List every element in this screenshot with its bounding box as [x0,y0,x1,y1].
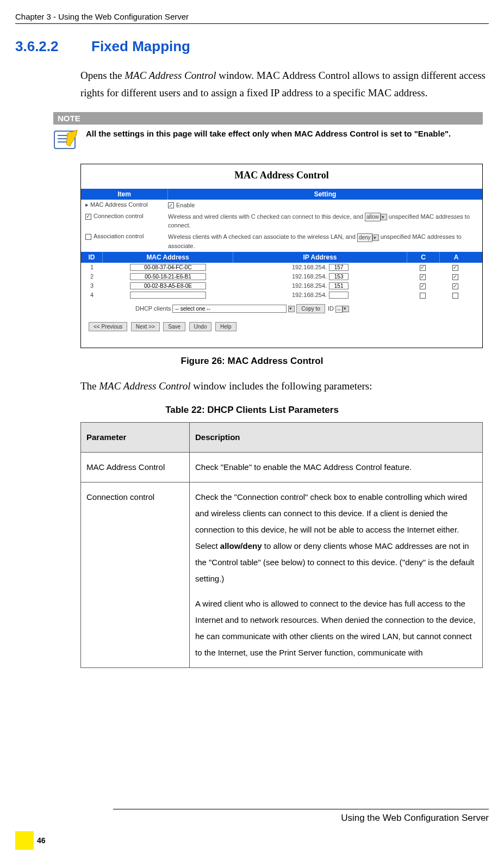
section-heading: 3.6.2.2Fixed Mapping [15,38,489,55]
id-select[interactable]: -- [335,306,343,313]
mac-input[interactable] [130,273,206,280]
dhcp-clients-row: DHCP clients Copy to ID -- [81,300,482,318]
chapter-line: Chapter 3 - Using the Web Configuration … [15,12,189,21]
note-label: NOTE [53,112,483,125]
ip-prefix: 192.168.254. [292,292,327,298]
mac-input[interactable] [130,264,206,271]
mac-control-row: ▸ MAC Address Control Enable [81,200,482,211]
copy-to-button[interactable]: Copy to [296,304,325,313]
ip-last-input[interactable] [329,292,349,299]
connection-control-row: Connection control Wireless and wired cl… [81,211,482,231]
enable-label: Enable [176,202,195,208]
parameter-table: Parameter Description MAC Address Contro… [80,422,483,668]
screenshot-title: MAC Address Control [81,164,482,189]
page-header: Chapter 3 - Using the Web Configuration … [15,12,489,24]
next-button[interactable]: Next >> [131,322,160,331]
cell-desc: Check the "Connection control" check box… [190,483,483,668]
embedded-screenshot: MAC Address Control Item Setting ▸ MAC A… [80,164,483,348]
c-checkbox[interactable] [420,293,426,299]
table-row: 2192.168.254. [81,272,482,281]
mac-table-header: ID MAC Address IP Address C A [81,252,482,263]
ip-prefix: 192.168.254. [292,273,327,280]
a-checkbox[interactable] [452,293,458,299]
note-icon [53,128,78,153]
prev-button[interactable]: << Previous [89,322,127,331]
cell-id: 2 [81,273,103,280]
ip-last-input[interactable] [329,273,349,280]
help-button[interactable]: Help [215,322,237,331]
dhcp-select[interactable] [172,305,287,313]
dropdown-icon[interactable] [372,234,379,241]
intro-paragraph: Opens the MAC Address Control window. MA… [80,67,489,102]
paragraph-2: The MAC Address Control window includes … [80,378,489,395]
hdr-a: A [440,252,472,263]
hdr-c: C [407,252,440,263]
mac-input[interactable] [130,282,206,289]
cell-param: MAC Address Control [81,453,190,483]
c-checkbox[interactable] [420,265,426,271]
hdr-ip: IP Address [233,252,407,263]
col-setting: Setting [168,189,482,200]
id-label: ID [328,305,334,312]
ip-prefix: 192.168.254. [292,264,327,270]
save-button[interactable]: Save [163,322,185,331]
assoc-select[interactable]: deny [357,233,372,242]
mac-control-label: ▸ MAC Address Control [85,201,168,208]
a-checkbox[interactable] [452,274,458,280]
cell-param: Connection control [81,483,190,668]
table-row: 4192.168.254. [81,290,482,300]
table-row: Connection control Check the "Connection… [81,483,483,668]
section-number: 3.6.2.2 [15,38,91,55]
th-parameter: Parameter [81,423,190,453]
dropdown-icon[interactable] [288,306,295,312]
connection-label: Connection control [94,213,144,219]
yellow-square-icon [15,831,34,850]
col-item: Item [81,189,168,200]
button-bar: << Previous Next >> Save Undo Help [81,318,482,331]
undo-button[interactable]: Undo [189,322,212,331]
note-text: All the settings in this page will take … [86,128,477,140]
section-title: Fixed Mapping [91,38,190,54]
a-checkbox[interactable] [452,283,458,289]
table-row: 3192.168.254. [81,281,482,290]
c-checkbox[interactable] [420,274,426,280]
c-checkbox[interactable] [420,283,426,289]
note-block: NOTE All the settings in this page will … [53,112,489,153]
figure-caption: Figure 26: MAC Address Control [15,356,489,367]
cell-id: 1 [81,264,103,270]
ip-last-input[interactable] [329,282,349,289]
page-footer: Using the Web Configuration Server 46 [15,809,489,850]
footer-text: Using the Web Configuration Server [15,813,489,824]
th-description: Description [190,423,483,453]
association-label: Association control [94,233,144,239]
association-checkbox[interactable] [85,234,91,240]
conn-select[interactable]: allow [365,213,381,221]
settings-header-row: Item Setting [81,189,482,200]
ip-last-input[interactable] [329,264,349,271]
table-row: MAC Address Control Check "Enable" to en… [81,453,483,483]
conn-text-a: Wireless and wired clients with C checke… [168,213,365,220]
assoc-text-a: Wireless clients with A checked can asso… [168,233,357,240]
connection-checkbox[interactable] [85,214,91,220]
dhcp-label: DHCP clients [135,305,171,312]
dropdown-icon[interactable] [343,306,349,312]
cell-id: 3 [81,282,103,289]
table-caption: Table 22: DHCP Clients List Parameters [15,405,489,416]
page-number: 46 [37,836,46,845]
association-control-row: Association control Wireless clients wit… [81,231,482,251]
table-row: 1192.168.254. [81,263,482,272]
ip-prefix: 192.168.254. [292,282,327,289]
enable-checkbox[interactable] [168,202,174,208]
mac-input[interactable] [130,292,206,299]
cell-id: 4 [81,292,103,298]
hdr-id: ID [81,252,103,263]
a-checkbox[interactable] [452,265,458,271]
dropdown-icon[interactable] [381,214,387,220]
hdr-mac: MAC Address [103,252,233,263]
cell-desc: Check "Enable" to enable the MAC Address… [190,453,483,483]
